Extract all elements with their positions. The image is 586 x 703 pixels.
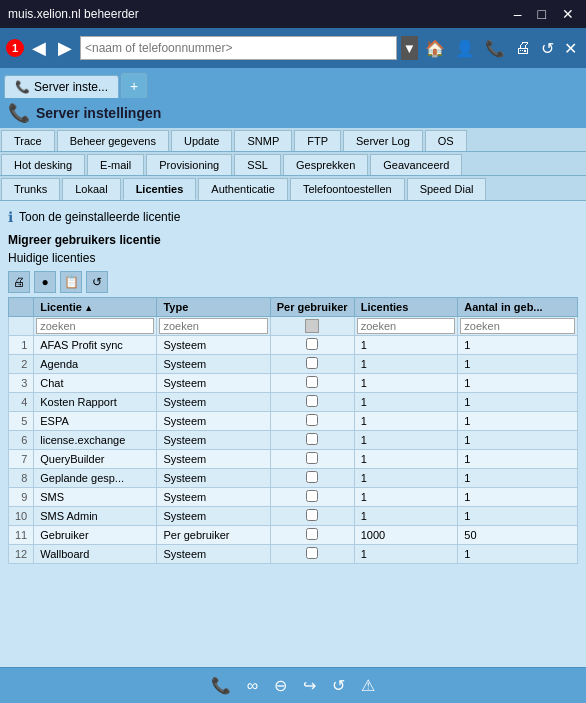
cell-per-gebruiker[interactable] — [270, 450, 354, 469]
home-icon-button[interactable]: 🏠 — [422, 37, 448, 60]
cell-per-gebruiker[interactable] — [270, 393, 354, 412]
per-gebruiker-checkbox[interactable] — [306, 547, 318, 559]
table-row: 1AFAS Profit syncSysteem11 — [9, 336, 578, 355]
search-input[interactable] — [80, 36, 397, 60]
nav-tab-trunks[interactable]: Trunks — [1, 178, 60, 200]
record-button[interactable]: ● — [34, 271, 56, 293]
cell-per-gebruiker[interactable] — [270, 526, 354, 545]
cell-per-gebruiker[interactable] — [270, 412, 354, 431]
per-gebruiker-checkbox[interactable] — [306, 338, 318, 350]
row-number: 1 — [9, 336, 34, 355]
cell-per-gebruiker[interactable] — [270, 488, 354, 507]
bottom-forward-icon[interactable]: ↪ — [303, 676, 316, 695]
nav-tab-ftp[interactable]: FTP — [294, 130, 341, 151]
add-tab-button[interactable]: + — [121, 73, 147, 98]
row-number: 4 — [9, 393, 34, 412]
cell-licentie: Gebruiker — [34, 526, 157, 545]
row-number: 11 — [9, 526, 34, 545]
copy-button[interactable]: 📋 — [60, 271, 82, 293]
cell-per-gebruiker[interactable] — [270, 469, 354, 488]
cell-per-gebruiker[interactable] — [270, 545, 354, 564]
main-window: muis.xelion.nl beheerder – □ ✕ 1 ◀ ▶ ▼ 🏠… — [0, 0, 586, 703]
search-per-gebruiker[interactable] — [305, 319, 319, 333]
cell-aantal: 1 — [458, 469, 578, 488]
cell-aantal: 50 — [458, 526, 578, 545]
title-bar: muis.xelion.nl beheerder – □ ✕ — [0, 0, 586, 28]
window-header: 📞 Server instellingen — [0, 98, 586, 128]
tab-server-inste[interactable]: 📞 Server inste... — [4, 75, 119, 98]
nav-tab-ssl[interactable]: SSL — [234, 154, 281, 175]
bottom-minus-icon[interactable]: ⊖ — [274, 676, 287, 695]
close-icon-button[interactable]: ✕ — [561, 37, 580, 60]
refresh-icon-button[interactable]: ↺ — [538, 37, 557, 60]
forward-button[interactable]: ▶ — [54, 35, 76, 61]
search-dropdown[interactable]: ▼ — [401, 36, 418, 60]
per-gebruiker-checkbox[interactable] — [306, 452, 318, 464]
content-area: ℹ Toon de geinstalleerde licentie Migree… — [0, 201, 586, 667]
per-gebruiker-checkbox[interactable] — [306, 490, 318, 502]
cell-per-gebruiker[interactable] — [270, 374, 354, 393]
nav-tab-server-log[interactable]: Server Log — [343, 130, 423, 151]
back-button[interactable]: ◀ — [28, 35, 50, 61]
cell-per-gebruiker[interactable] — [270, 431, 354, 450]
nav-tab-speed-dial[interactable]: Speed Dial — [407, 178, 487, 200]
per-gebruiker-checkbox[interactable] — [306, 509, 318, 521]
maximize-button[interactable]: □ — [534, 6, 550, 22]
nav-tab-gesprekken[interactable]: Gesprekken — [283, 154, 368, 175]
nav-tab-telefoontoestellen[interactable]: Telefoontoestellen — [290, 178, 405, 200]
minimize-button[interactable]: – — [510, 6, 526, 22]
nav-tab-trace[interactable]: Trace — [1, 130, 55, 151]
per-gebruiker-checkbox[interactable] — [306, 376, 318, 388]
cell-aantal: 1 — [458, 355, 578, 374]
nav-tab-email[interactable]: E-mail — [87, 154, 144, 175]
cell-licenties: 1 — [354, 431, 458, 450]
cell-per-gebruiker[interactable] — [270, 336, 354, 355]
nav-tab-os[interactable]: OS — [425, 130, 467, 151]
search-licentie[interactable] — [36, 318, 154, 334]
cell-licenties: 1 — [354, 412, 458, 431]
nav-tab-provisioning[interactable]: Provisioning — [146, 154, 232, 175]
cell-per-gebruiker[interactable] — [270, 355, 354, 374]
cell-type: Systeem — [157, 488, 270, 507]
cell-per-gebruiker[interactable] — [270, 507, 354, 526]
close-button[interactable]: ✕ — [558, 6, 578, 22]
per-gebruiker-checkbox[interactable] — [306, 433, 318, 445]
nav-section: Trace Beheer gegevens Update SNMP FTP Se… — [0, 128, 586, 201]
nav-tab-snmp[interactable]: SNMP — [234, 130, 292, 151]
bottom-refresh-icon[interactable]: ↺ — [332, 676, 345, 695]
table-row: 6license.exchangeSysteem11 — [9, 431, 578, 450]
per-gebruiker-checkbox[interactable] — [306, 414, 318, 426]
cell-licentie: Wallboard — [34, 545, 157, 564]
print-table-button[interactable]: 🖨 — [8, 271, 30, 293]
nav-tab-licenties[interactable]: Licenties — [123, 178, 197, 200]
per-gebruiker-checkbox[interactable] — [306, 471, 318, 483]
search-type[interactable] — [159, 318, 267, 334]
cell-type: Systeem — [157, 469, 270, 488]
nav-tab-geavanceerd[interactable]: Geavanceerd — [370, 154, 462, 175]
print-icon-button[interactable]: 🖨 — [512, 37, 534, 59]
cell-type: Systeem — [157, 507, 270, 526]
nav-tab-authenticatie[interactable]: Authenticatie — [198, 178, 288, 200]
per-gebruiker-checkbox[interactable] — [306, 357, 318, 369]
search-aantal[interactable] — [460, 318, 575, 334]
title-bar-controls: – □ ✕ — [510, 6, 578, 22]
bottom-phone-icon[interactable]: 📞 — [211, 676, 231, 695]
table-row: 11GebruikerPer gebruiker100050 — [9, 526, 578, 545]
col-type: Type — [157, 298, 270, 317]
cell-licenties: 1 — [354, 355, 458, 374]
nav-tab-update[interactable]: Update — [171, 130, 232, 151]
row-number: 2 — [9, 355, 34, 374]
search-licenties[interactable] — [357, 318, 456, 334]
contacts-icon-button[interactable]: 👤 — [452, 37, 478, 60]
bottom-infinity-icon[interactable]: ∞ — [247, 677, 258, 695]
cell-licenties: 1 — [354, 469, 458, 488]
nav-tab-beheer[interactable]: Beheer gegevens — [57, 130, 169, 151]
nav-tab-lokaal[interactable]: Lokaal — [62, 178, 120, 200]
col-licentie[interactable]: Licentie — [34, 298, 157, 317]
refresh-table-button[interactable]: ↺ — [86, 271, 108, 293]
nav-tab-hot-desking[interactable]: Hot desking — [1, 154, 85, 175]
per-gebruiker-checkbox[interactable] — [306, 395, 318, 407]
bottom-warning-icon[interactable]: ⚠ — [361, 676, 375, 695]
per-gebruiker-checkbox[interactable] — [306, 528, 318, 540]
phone-icon-button[interactable]: 📞 — [482, 37, 508, 60]
